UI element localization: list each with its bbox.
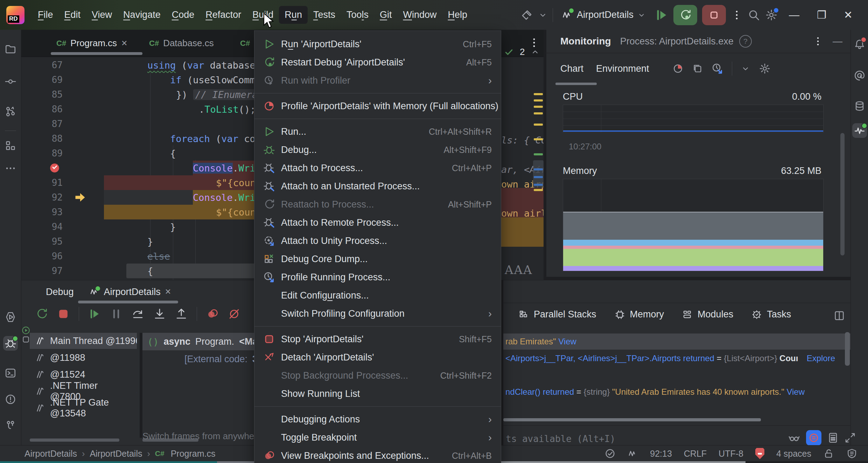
debug-session-tab[interactable]: AirportDetails✕ <box>89 287 172 297</box>
threads-hscrollbar[interactable] <box>30 439 119 442</box>
restart-debug-button[interactable] <box>673 5 697 25</box>
rail-monitoring-pulse-icon[interactable] <box>852 123 867 138</box>
breadcrumb-item[interactable]: Program.cs <box>171 449 216 459</box>
timeline-profile-icon[interactable] <box>712 63 723 75</box>
variable-row[interactable]: rab Emirates" View <box>503 334 850 350</box>
rail-terminal-icon[interactable] <box>3 366 18 380</box>
menubar-item-refactor[interactable]: Refactor <box>200 6 247 24</box>
thread-row[interactable]: @11988 <box>30 350 137 366</box>
rail-structure-icon[interactable] <box>3 138 18 153</box>
watches-glasses-icon[interactable] <box>788 432 800 444</box>
monitoring-scrollbar[interactable] <box>840 133 845 255</box>
monitoring-chevron-icon[interactable] <box>741 64 750 73</box>
menu-item-attach-to-an-unstarted-process[interactable]: Attach to an Unstarted Process... <box>254 177 501 195</box>
rail-run-icon[interactable] <box>3 310 18 324</box>
rail-more-tools-icon[interactable] <box>3 161 18 176</box>
more-actions-icon[interactable] <box>731 9 743 21</box>
calculator-icon[interactable] <box>827 432 839 444</box>
menu-item-run-airportdetails[interactable]: Run 'AirportDetails'Ctrl+F5 <box>254 35 501 53</box>
variable-row[interactable]: ndClear() returned = {string} "United Ar… <box>503 384 850 400</box>
menu-item-stop-airportdetails[interactable]: Stop 'AirportDetails'Shift+F5 <box>254 330 501 348</box>
help-icon[interactable]: ? <box>739 35 752 48</box>
status-line-ending[interactable]: CRLF <box>684 449 707 459</box>
breadcrumb-item[interactable]: AirportDetails <box>90 449 142 459</box>
breakpoint-status-icon[interactable] <box>755 448 764 459</box>
rail-debug-icon[interactable] <box>3 336 18 351</box>
tab-memory[interactable]: Memory <box>615 309 664 320</box>
step-into-icon[interactable] <box>153 308 166 320</box>
menubar-item-file[interactable]: File <box>32 6 59 24</box>
evaluate-button[interactable] <box>806 430 821 446</box>
status-events-icon[interactable] <box>628 448 638 459</box>
breadcrumb-item[interactable]: AirportDetails <box>24 449 77 459</box>
variable-row[interactable]: <Airports>j__TPar, <Airlines>j__TPar>.Ai… <box>503 350 850 366</box>
menu-item-switch-profiling-configuration[interactable]: Switch Profiling Configuration› <box>254 304 501 323</box>
stop-button[interactable] <box>702 5 726 25</box>
menubar-item-view[interactable]: View <box>86 6 118 24</box>
variables-vscrollbar[interactable] <box>845 332 850 366</box>
status-check-icon[interactable] <box>604 448 616 459</box>
window-maximize-button[interactable]: ❐ <box>811 9 833 21</box>
step-over-icon[interactable] <box>132 308 144 320</box>
stop-icon-red[interactable] <box>57 308 70 320</box>
menu-item-attach-to-process[interactable]: Attach to Process...Ctrl+Alt+P <box>254 159 501 177</box>
thread-row[interactable]: .NET TP Gate @13548 <box>30 400 137 416</box>
inspection-widget[interactable]: 2 <box>504 47 544 57</box>
menu-item-attach-to-unity-process[interactable]: Attach to Unity Process... <box>254 232 501 250</box>
tab-parallel-stacks[interactable]: Parallel Stacks <box>518 309 596 320</box>
window-close-button[interactable]: ✕ <box>838 9 859 21</box>
menu-item-profile-running-process[interactable]: Profile Running Process... <box>254 268 501 286</box>
rail-services-icon[interactable] <box>3 418 18 433</box>
rail-notifications-bell-icon[interactable] <box>852 37 867 51</box>
menu-item-debug-core-dump[interactable]: Debug Core Dump... <box>254 250 501 268</box>
layout-settings-icon[interactable] <box>833 310 845 322</box>
explore-link[interactable]: Explore <box>807 353 835 363</box>
rail-database-icon[interactable] <box>852 99 867 113</box>
tab-modules[interactable]: Modules <box>682 309 733 320</box>
bottom-scroll-thumb[interactable] <box>217 461 254 463</box>
search-icon[interactable] <box>748 9 760 21</box>
menubar-item-tools[interactable]: Tools <box>341 6 374 24</box>
menubar-item-window[interactable]: Window <box>398 6 442 24</box>
menu-item-edit-configurations[interactable]: Edit Configurations... <box>254 286 501 304</box>
monitoring-tab-chart[interactable]: Chart <box>560 63 583 74</box>
variables-pane[interactable]: rab Emirates" View<Airports>j__TPar, <Ai… <box>503 331 850 422</box>
menu-item-run[interactable]: Run...Ctrl+Alt+Shift+R <box>254 122 501 141</box>
variables-hscrollbar[interactable] <box>503 418 761 421</box>
menu-item-detach-airportdetails[interactable]: Detach 'AirportDetails' <box>254 348 501 366</box>
rail-git-branches-icon[interactable] <box>3 104 18 119</box>
menubar-item-edit[interactable]: Edit <box>59 6 86 24</box>
thread-row[interactable]: Main Thread @11996 <box>30 333 137 349</box>
status-encoding[interactable]: UTF-8 <box>719 449 743 459</box>
menu-item-profile-airportdetails-with-memory-full-allocations[interactable]: Profile 'AirportDetails' with Memory (Fu… <box>254 97 501 115</box>
window-minimize-button[interactable]: — <box>783 9 806 21</box>
resume-program-icon[interactable] <box>654 8 668 22</box>
menu-item-debugging-actions[interactable]: Debugging Actions› <box>254 410 501 428</box>
menu-item-toggle-breakpoint[interactable]: Toggle Breakpoint› <box>254 428 501 447</box>
menubar-item-run[interactable]: Run <box>279 6 308 24</box>
pause-icon[interactable] <box>110 308 122 320</box>
debugger-console-hint[interactable]: ts available (Alt+I) <box>506 434 615 444</box>
menubar-item-code[interactable]: Code <box>166 6 200 24</box>
menu-item-show-running-list[interactable]: Show Running List <box>254 385 501 403</box>
editor-tab-database.cs[interactable]: C#Database.cs <box>149 30 214 57</box>
step-out-icon[interactable] <box>175 308 188 320</box>
settings-gear-icon[interactable] <box>765 9 778 21</box>
breakpoint-icon[interactable] <box>49 162 61 174</box>
menu-item-debug[interactable]: Debug...Alt+Shift+F9 <box>254 141 501 159</box>
menubar-item-help[interactable]: Help <box>442 6 473 24</box>
rail-problems-icon[interactable] <box>3 392 18 407</box>
menubar-item-navigate[interactable]: Navigate <box>118 6 166 24</box>
rail-project-folder-icon[interactable] <box>3 42 18 57</box>
rerun-debug-icon[interactable] <box>35 308 48 320</box>
monitoring-kebab-icon[interactable] <box>812 36 824 47</box>
lock-icon[interactable] <box>823 448 834 459</box>
breadcrumb[interactable]: AirportDetails›AirportDetails›C#Program.… <box>24 449 215 459</box>
menubar-item-tests[interactable]: Tests <box>308 6 341 24</box>
status-caret-position[interactable]: 92:13 <box>650 449 672 459</box>
status-indent[interactable]: 4 spaces <box>776 449 811 459</box>
tab-close-icon[interactable]: ✕ <box>121 39 127 48</box>
tab-tasks[interactable]: Tasks <box>751 309 791 320</box>
monitoring-tab-environment[interactable]: Environment <box>596 63 649 74</box>
menu-item-attach-to-remote-process[interactable]: Attach to Remote Process... <box>254 213 501 232</box>
